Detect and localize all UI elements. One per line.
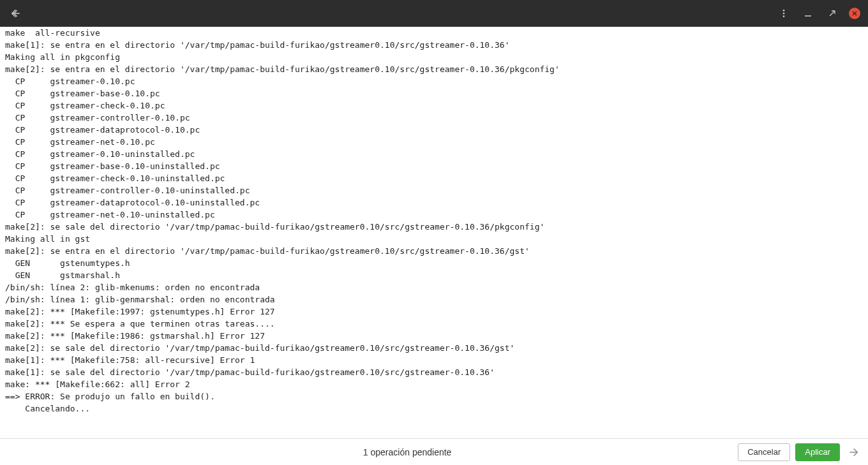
back-arrow-icon <box>10 8 21 19</box>
forward-arrow-icon <box>848 447 860 458</box>
minimize-button[interactable] <box>800 6 816 21</box>
svg-point-3 <box>783 13 785 15</box>
cancel-button[interactable]: Cancelar <box>738 443 790 461</box>
minimize-icon <box>804 9 812 18</box>
footer-bar: 1 operación pendiente Cancelar Aplicar <box>0 438 868 465</box>
menu-button[interactable] <box>776 6 791 21</box>
titlebar <box>0 0 868 27</box>
apply-button[interactable]: Aplicar <box>795 443 840 461</box>
svg-point-4 <box>783 15 785 17</box>
close-button[interactable] <box>849 8 860 19</box>
kebab-menu-icon <box>779 8 789 18</box>
titlebar-left <box>8 6 23 21</box>
terminal-output[interactable]: make all-recursive make[1]: se entra en … <box>0 27 868 438</box>
close-icon <box>851 10 858 17</box>
restore-icon <box>828 9 837 18</box>
maximize-button[interactable] <box>825 6 840 21</box>
svg-point-2 <box>783 10 785 11</box>
back-button[interactable] <box>8 6 23 21</box>
titlebar-right <box>776 6 860 21</box>
next-button[interactable] <box>845 443 863 461</box>
status-text: 1 operación pendiente <box>5 447 733 457</box>
